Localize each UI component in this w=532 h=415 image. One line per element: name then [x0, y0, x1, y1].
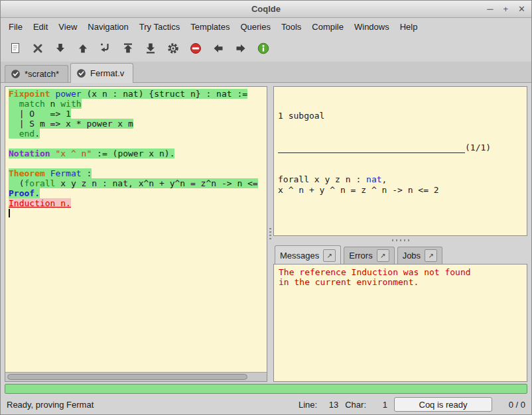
menu-queries[interactable]: Queries: [235, 19, 276, 34]
tab-jobs[interactable]: Jobs↗: [397, 247, 442, 264]
window-title: CoqIde: [251, 4, 281, 14]
toolbar: [1, 35, 531, 62]
horizontal-scrollbar[interactable]: [5, 372, 267, 381]
close-buffer-button[interactable]: [29, 40, 46, 58]
horizontal-splitter[interactable]: [273, 236, 527, 244]
goal-separator-rule: [278, 145, 465, 153]
line-label: Line:: [299, 400, 317, 410]
arrow-down-to-bar-icon: [144, 42, 157, 55]
code-editor[interactable]: Fixpoint power (x n : nat) {struct n} : …: [5, 87, 267, 372]
save-button[interactable]: [6, 40, 24, 58]
code-line: Theorem Fermat :: [9, 168, 267, 178]
jobs-counter: 0 / 0: [500, 400, 525, 410]
goal-counter: (1/1): [465, 143, 491, 153]
close-button[interactable]: ✕: [518, 4, 525, 14]
vertical-splitter[interactable]: [267, 86, 273, 382]
progress-bar: [5, 384, 527, 394]
arrow-up-to-bar-icon: [121, 42, 135, 55]
code-line: (forall x y z n : nat, x^n + y^n = z^n -…: [9, 178, 267, 188]
menu-windows[interactable]: Windows: [349, 19, 395, 34]
goal-line: x ^ n + y ^ n = z ^ n -> n <= 2: [278, 185, 523, 196]
maximize-button[interactable]: +: [503, 4, 509, 14]
tab-label: Messages: [280, 251, 319, 261]
gear-icon: [166, 42, 180, 55]
right-column: 1 subgoal (1/1) forall x y z n : nat,x ^…: [273, 86, 527, 382]
goal-line: forall x y z n : nat,: [278, 174, 523, 185]
script-pane: Fixpoint power (x n : nat) {struct n} : …: [5, 86, 267, 382]
menu-edit[interactable]: Edit: [28, 19, 53, 34]
next-button[interactable]: [232, 40, 249, 58]
menu-help[interactable]: Help: [395, 19, 423, 34]
detach-jobs-button[interactable]: ↗: [425, 249, 437, 262]
tab-scratch[interactable]: *scratch*: [5, 65, 68, 82]
stop-sign-icon: [189, 42, 202, 55]
code-line: Notation "x ^ n" := (power x n).: [9, 148, 267, 158]
code-line: [9, 208, 267, 218]
coq-status-widget: Coq is ready: [394, 397, 492, 412]
menu-compile[interactable]: Compile: [306, 19, 349, 34]
goals-pane[interactable]: 1 subgoal (1/1) forall x y z n : nat,x ^…: [273, 86, 527, 236]
arrow-up-icon: [76, 42, 90, 55]
line-value: 13: [321, 400, 338, 410]
code-line: end.: [9, 129, 267, 139]
editor-tabbar: *scratch*Fermat.v: [1, 62, 531, 83]
save-icon: [9, 42, 22, 55]
goals-header: 1 subgoal: [278, 111, 523, 121]
char-label: Char:: [345, 400, 366, 410]
tab-label: Jobs: [403, 251, 421, 261]
arrow-left-icon: [212, 42, 225, 55]
detach-errors-button[interactable]: ↗: [377, 249, 389, 262]
titlebar[interactable]: CoqIde ─+✕: [1, 1, 531, 18]
menu-tools[interactable]: Tools: [276, 19, 306, 34]
code-line: match n with: [9, 99, 267, 109]
menu-try-tactics[interactable]: Try Tactics: [134, 19, 185, 34]
tab-fermat-v[interactable]: Fermat.v: [70, 63, 133, 83]
messages-pane[interactable]: The reference Induction was not foundin …: [273, 264, 527, 382]
tab-label: Errors: [349, 251, 372, 261]
minimize-button[interactable]: ─: [487, 4, 493, 14]
menu-file[interactable]: File: [3, 19, 28, 34]
text-cursor: [9, 209, 10, 217]
code-line: Proof.: [9, 188, 267, 198]
goal-lines: forall x y z n : nat,x ^ n + y ^ n = z ^…: [278, 174, 523, 196]
coq-status-text: Coq is ready: [419, 400, 468, 410]
char-value: 1: [370, 400, 387, 410]
tab-label: Fermat.v: [90, 68, 124, 78]
tab-messages[interactable]: Messages↗: [275, 245, 341, 265]
statusbar: Ready, proving Fermat Line: 13 Char: 1 C…: [1, 394, 531, 414]
step-forward-button[interactable]: [51, 40, 69, 58]
splitter-handle-icon: [392, 239, 409, 241]
coqide-window: CoqIde ─+✕ FileEditViewNavigationTry Tac…: [0, 0, 532, 415]
previous-button[interactable]: [209, 40, 227, 58]
go-to-cursor-button[interactable]: [96, 40, 114, 58]
message-tabbar: Messages↗Errors↗Jobs↗: [273, 244, 527, 264]
code-line: | O => 1: [9, 109, 267, 119]
tab-check-icon: [11, 69, 21, 79]
message-line: in the current environment.: [279, 277, 522, 287]
menu-navigation[interactable]: Navigation: [82, 19, 133, 34]
detach-messages-button[interactable]: ↗: [323, 249, 336, 262]
tab-errors[interactable]: Errors↗: [344, 247, 394, 264]
arrow-right-icon: [234, 42, 247, 55]
run-to-end-button[interactable]: [141, 40, 159, 58]
arrow-down-icon: [54, 42, 67, 55]
step-backward-button[interactable]: [74, 40, 92, 58]
make-button[interactable]: [164, 40, 182, 58]
tab-check-icon: [76, 68, 86, 78]
main-area: Fixpoint power (x n : nat) {struct n} : …: [1, 83, 531, 382]
goto-cursor-icon: [99, 42, 112, 55]
tab-label: *scratch*: [25, 69, 59, 79]
interrupt-button[interactable]: [186, 40, 204, 58]
window-controls: ─+✕: [487, 1, 525, 17]
restart-button[interactable]: [119, 40, 137, 58]
menu-templates[interactable]: Templates: [185, 19, 235, 34]
menubar: FileEditViewNavigationTry TacticsTemplat…: [1, 18, 531, 35]
code-line: | S m => x * power x m: [9, 119, 267, 129]
info-icon: [257, 42, 270, 55]
code-line: Induction n.: [9, 198, 267, 208]
menu-view[interactable]: View: [53, 19, 82, 34]
code-line: [9, 158, 267, 168]
scrollbar-thumb[interactable]: [7, 374, 247, 380]
about-button[interactable]: [254, 40, 272, 58]
status-text: Ready, proving Fermat: [7, 400, 299, 410]
